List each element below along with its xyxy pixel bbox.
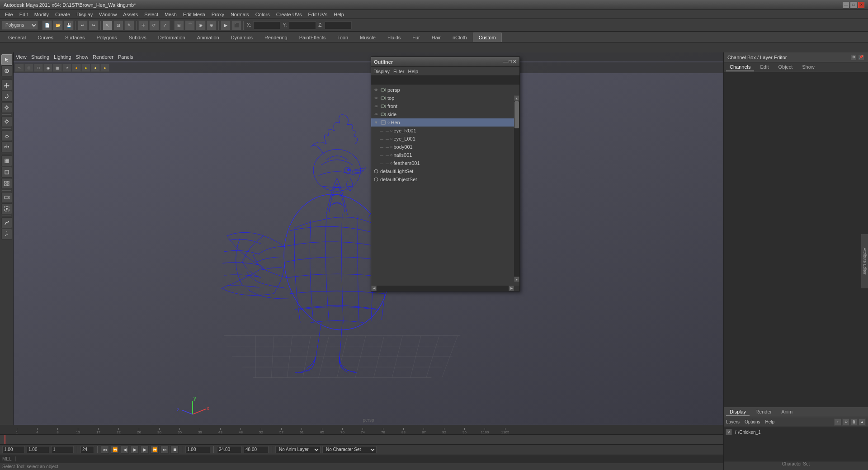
timeline-ruler[interactable]: 1 4 8 13 17 22 26 30 35 39 43 48 52 57 6… [0,425,723,435]
ipr-render-button[interactable]: ⬛ [231,20,241,30]
scroll-left-button[interactable]: ◀ [371,286,377,291]
render-button[interactable]: ▶ [221,20,231,30]
tab-custom[interactable]: Custom [473,33,502,42]
outliner-vertical-scrollbar[interactable]: ▲ ▼ [514,95,519,282]
outliner-item-top[interactable]: 👁 top [371,94,519,102]
mel-input[interactable] [18,456,721,461]
go-to-start-button[interactable]: ⏮ [101,446,109,454]
dynamics-tool[interactable] [1,217,12,228]
outliner-filter-menu[interactable]: Filter [393,69,404,74]
menu-mesh[interactable]: Mesh [162,11,179,18]
display-tab[interactable]: Display [726,408,750,416]
outliner-item-feathers[interactable]: — — ○ feathers001 [371,159,519,167]
lasso-button[interactable]: ⊡ [113,20,123,30]
outliner-horizontal-scrollbar[interactable]: ◀ ▶ [371,286,514,291]
save-scene-button[interactable]: 💾 [64,20,74,30]
tab-surfaces[interactable]: Surfaces [59,33,90,42]
camera-tool[interactable] [1,192,12,203]
display-mode-2[interactable] [1,167,12,178]
prev-frame-button[interactable]: ◀ [121,446,129,454]
char-set-select[interactable]: No Character Set [322,446,377,453]
tab-general[interactable]: General [2,33,32,42]
vp-light1-btn[interactable]: ● [81,64,90,72]
cb-settings-button[interactable]: ⚙ [850,54,857,61]
menu-help[interactable]: Help [331,11,347,18]
soft-select[interactable] [1,130,12,141]
end-frame-input[interactable] [80,446,94,453]
display-mode-1[interactable] [1,155,12,166]
close-button[interactable]: ✕ [858,2,864,8]
layer-up-button[interactable]: ▲ [859,418,866,426]
collapse-icon[interactable]: ▼ [373,119,379,126]
tab-polygons[interactable]: Polygons [90,33,123,42]
outliner-item-side[interactable]: 👁 side [371,110,519,118]
step-back-button[interactable]: ⏪ [111,446,119,454]
start-frame-input[interactable] [2,446,25,453]
tab-toon[interactable]: Toon [331,33,354,42]
menu-assets[interactable]: Assets [120,11,141,18]
menu-create-uvs[interactable]: Create UVs [274,11,305,18]
options-label[interactable]: Options [745,419,760,424]
select-tool-button[interactable]: ↖ [103,20,113,30]
vp-light2-btn[interactable]: ● [91,64,100,72]
tab-hair[interactable]: Hair [426,33,447,42]
mode-selector[interactable]: Polygons [2,21,38,30]
vp-lighting-btn[interactable]: ☀ [62,64,71,72]
layer-options-button[interactable]: ⚙ [842,418,849,426]
rotate-tool-button[interactable]: ⟳ [149,20,159,30]
snap-point-button[interactable]: ◉ [196,20,206,30]
current-frame-field[interactable] [27,446,49,453]
next-frame-button[interactable]: ▶ [141,446,149,454]
anim-tab[interactable]: Anim [778,408,796,416]
snap-grid-button[interactable]: ⊞ [174,20,184,30]
viewport[interactable]: View Shading Lighting Show Renderer Pane… [14,52,723,425]
outliner-item-eye-r[interactable]: — — ○ eye_R001 [371,127,519,135]
vp-smooth-btn[interactable]: ◉ [43,64,52,72]
move-tool[interactable] [1,80,12,90]
undo-button[interactable]: ↩ [78,20,88,30]
show-tab[interactable]: Show [798,63,818,71]
tab-curves[interactable]: Curves [32,33,59,42]
tab-rendering[interactable]: Rendering [259,33,293,42]
channels-tab[interactable]: Channels [726,63,754,71]
vp-select-btn[interactable]: ↖ [15,64,24,72]
renderer-menu[interactable]: Renderer [93,54,113,60]
outliner-help-menu[interactable]: Help [408,69,419,74]
tab-ncloth[interactable]: nCloth [447,33,473,42]
frame-step-input[interactable] [51,446,74,453]
render-tab[interactable]: Render [752,408,775,416]
panels-menu[interactable]: Panels [118,54,133,60]
timeline-track[interactable] [0,435,723,444]
minimize-button[interactable]: — [843,2,849,8]
menu-colors[interactable]: Colors [253,11,273,18]
menu-file[interactable]: File [2,11,16,18]
redo-button[interactable]: ↪ [89,20,99,30]
outliner-item-nails[interactable]: — — ○ nails001 [371,151,519,159]
shading-menu[interactable]: Shading [31,54,49,60]
menu-display[interactable]: Display [74,11,95,18]
scroll-right-button[interactable]: ▶ [509,286,514,291]
display-mode-3[interactable] [1,178,12,189]
move-tool-button[interactable]: ✛ [138,20,148,30]
menu-edit-uvs[interactable]: Edit UVs [306,11,330,18]
attribute-editor-tab[interactable]: Attribute Editor [861,234,868,288]
outliner-item-persp[interactable]: 👁 persp [371,86,519,94]
view-menu[interactable]: View [16,54,27,60]
play-button[interactable]: ▶ [131,446,139,454]
outliner-display-menu[interactable]: Display [373,69,390,74]
layer-delete-button[interactable]: 🗑 [850,418,858,426]
scrollbar-thumb[interactable] [514,101,519,128]
rotate-tool[interactable] [1,91,12,102]
y-input[interactable] [289,21,316,29]
layer-visibility[interactable]: V [726,429,732,435]
vp-texture-btn[interactable]: ▦ [53,64,62,72]
outliner-max-button[interactable]: □ [509,59,512,65]
outliner-item-object-set[interactable]: defaultObjectSet [371,175,519,183]
outliner-title-bar[interactable]: Outliner — □ ✕ [371,57,519,67]
outliner-item-hen[interactable]: ▼ ○ Hen [371,118,519,127]
menu-window[interactable]: Window [96,11,119,18]
edit-tab[interactable]: Edit [756,63,772,71]
render-region[interactable] [1,203,12,214]
help-label[interactable]: Help [765,419,774,424]
stop-button[interactable]: ⏹ [170,446,179,454]
